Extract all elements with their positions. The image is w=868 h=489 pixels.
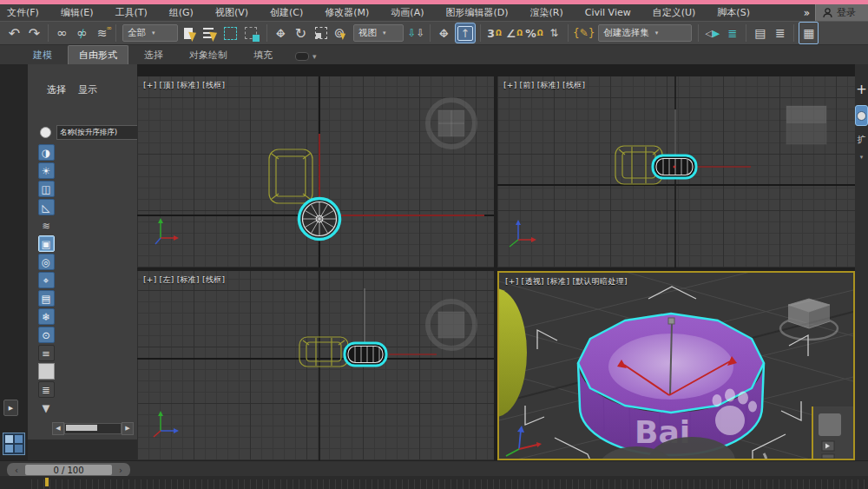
menu-item[interactable]: 编辑(E) [61, 6, 94, 19]
unlink-icon[interactable]: ∞ ∕ [73, 23, 91, 43]
use-pivot-center-button[interactable]: ↑ [455, 23, 476, 43]
center-pivot-icon[interactable]: ↔↕ [435, 23, 453, 43]
spinner-snap-toggle[interactable]: ⇅ [545, 23, 563, 43]
viewport-left[interactable]: [+] [左] [标准] [线框] [137, 271, 494, 460]
menu-item[interactable]: 渲染(R) [530, 6, 563, 19]
panel-icon-detail-view[interactable]: ≣ [38, 381, 55, 398]
ribbon-minimize-control[interactable]: ▾ [295, 52, 317, 64]
undo-icon[interactable]: ↶ [5, 23, 23, 43]
scroll-track[interactable] [64, 423, 122, 434]
user-icon [823, 8, 832, 18]
panel-tab-select[interactable]: 选择 [47, 83, 66, 96]
select-place-icon[interactable]: ⊚ [332, 23, 350, 43]
menu-item[interactable]: 脚本(S) [717, 6, 750, 19]
viewport-left-label[interactable]: [+] [左] [标准] [线框] [143, 274, 225, 286]
viewport-perspective-label[interactable]: [+] [透视] [标准] [默认明暗处理] [505, 276, 628, 287]
viewport-top[interactable]: [+] [顶] [标准] [线框] [137, 76, 494, 268]
select-scale-icon[interactable] [312, 23, 330, 43]
panel-flyout-button[interactable]: ▶ [3, 400, 18, 416]
add-icon[interactable]: + [856, 82, 867, 97]
viewport-front-label[interactable]: [+] [前] [标准] [线框] [503, 80, 585, 91]
axis-tripod [155, 218, 179, 244]
curve-editor-icon[interactable]: ▦ [799, 22, 819, 44]
track-bar[interactable] [0, 476, 868, 489]
sort-field[interactable]: 名称(按升序排序) [56, 125, 138, 140]
angle-snap-toggle[interactable]: ∠Ω [505, 23, 523, 43]
extend-label[interactable]: 扩 [858, 134, 866, 146]
redo-icon[interactable]: ↷ [25, 23, 43, 43]
divider [430, 24, 431, 42]
panel-icon-frozen[interactable]: ❄ [38, 308, 55, 325]
select-rotate-icon[interactable]: ↻ [292, 23, 310, 43]
panel-icon-geometry[interactable]: ◑ [38, 144, 55, 161]
ribbon-tab-bar: 建模自由形式选择对象绘制填充 ▾ [0, 45, 868, 65]
scroll-right-button[interactable]: ▶ [122, 422, 134, 435]
ribbon-tab-populate[interactable]: 填充 [243, 46, 283, 64]
scene-explorer-icon[interactable]: ≣ [771, 23, 789, 43]
layer-manager-icon[interactable]: ▤ [751, 23, 769, 43]
align-icon[interactable]: ≣ [723, 23, 741, 43]
menu-item[interactable]: 自定义(U) [653, 6, 696, 19]
viewport-front[interactable]: [+] [前] [标准] [线框] [497, 76, 855, 268]
panel-icon-xrefs[interactable]: ◎ [38, 254, 55, 270]
named-selection-sets-icon[interactable]: {✎} [573, 23, 595, 43]
divider [793, 24, 794, 42]
viewport-top-canvas [137, 76, 494, 268]
panel-icon-hidden[interactable]: ⊙ [38, 327, 55, 343]
scroll-thumb[interactable] [66, 425, 97, 431]
menu-overflow-icon[interactable]: » [804, 7, 810, 19]
ribbon-tab-modeling[interactable]: 建模 [23, 46, 62, 64]
window-crossing-icon[interactable] [241, 23, 260, 43]
select-object-icon[interactable] [181, 23, 200, 43]
viewport-top-label[interactable]: [+] [顶] [标准] [线框] [143, 80, 225, 91]
panel-icon-space-warps[interactable]: ≋ [38, 217, 55, 234]
panel-icon-list-view[interactable]: ≡ [38, 345, 55, 361]
selection-filter-dropdown[interactable]: 全部 ▾ [122, 24, 178, 42]
panel-icon-color-swatch[interactable] [38, 363, 55, 380]
next-frame-button[interactable]: › [112, 465, 129, 475]
menu-item[interactable]: 工具(T) [115, 6, 147, 19]
ribbon-tab-selection[interactable]: 选择 [134, 46, 174, 64]
panel-icon-helpers[interactable]: ◺ [38, 199, 55, 215]
panel-tab-display[interactable]: 显示 [78, 83, 97, 96]
select-by-name-icon[interactable] [201, 23, 220, 43]
menu-item[interactable]: 创建(C) [270, 6, 303, 19]
login-button[interactable]: 登录 [815, 4, 868, 21]
panel-icon-bones[interactable]: ⌖ [38, 272, 55, 288]
panel-icon-lights[interactable]: ☀ [38, 162, 55, 179]
menu-item[interactable]: 图形编辑器(D) [445, 6, 508, 19]
chamferbox-wireframe [269, 149, 312, 203]
percent-snap-toggle[interactable]: %Ω [525, 23, 543, 43]
chevron-down-icon[interactable]: ▾ [860, 154, 864, 161]
rectangular-region-icon[interactable] [221, 23, 240, 43]
scroll-left-button[interactable]: ◀ [52, 422, 64, 435]
panel-scrollbar[interactable]: ◀ ▶ [52, 422, 134, 434]
panel-icon-combined[interactable]: ▣ [38, 235, 55, 252]
previous-frame-button[interactable]: ‹ [8, 465, 25, 475]
panel-icon-containers[interactable]: ▤ [38, 290, 55, 307]
panel-icon-cameras[interactable]: ◫ [38, 181, 55, 197]
panel-icon-filter[interactable]: ▼ [38, 400, 55, 416]
reference-coordinate-dropdown[interactable]: 视图 ▾ [353, 24, 404, 42]
link-icon[interactable]: ∞ [53, 23, 71, 43]
mirror-icon[interactable]: ◁▶ [703, 23, 721, 43]
menu-item[interactable]: Civil View [585, 7, 631, 18]
viewport-layout-icon[interactable] [3, 433, 25, 455]
bind-spacewarp-icon[interactable]: ≋ ∞ [93, 23, 111, 43]
menu-item[interactable]: 组(G) [169, 6, 194, 19]
time-slider[interactable]: ‹ 0 / 100 › [7, 463, 130, 477]
menu-item[interactable]: 视图(V) [215, 6, 248, 19]
viewport-perspective[interactable]: Bai [+] [透视] [标准] [默认明暗处理] [497, 271, 855, 460]
named-selection-set-dropdown[interactable]: 创建选择集 ▾ [598, 24, 692, 42]
ribbon-tab-freeform[interactable]: 自由形式 [68, 45, 128, 64]
ribbon-tab-object-paint[interactable]: 对象绘制 [179, 46, 238, 64]
snap-3d-toggle[interactable]: 3Ω [485, 23, 503, 43]
create-tab-button[interactable] [855, 105, 868, 126]
menu-item[interactable]: 动画(A) [391, 6, 424, 19]
sort-radio[interactable] [40, 127, 51, 138]
pivot-snap-icons[interactable]: ⇩⇩ [407, 23, 425, 43]
main-toolbar: ↶ ↷ ∞ ∞ ∕ ≋ ∞ 全部 ▾ ↔↕ ↻ ⊚ 视图 ▾ ⇩⇩ ↔↕ ↑ 3… [0, 21, 868, 45]
menu-item[interactable]: 修改器(M) [325, 6, 369, 19]
menu-item[interactable]: 文件(F) [7, 6, 39, 19]
select-move-icon[interactable]: ↔↕ [272, 23, 290, 43]
